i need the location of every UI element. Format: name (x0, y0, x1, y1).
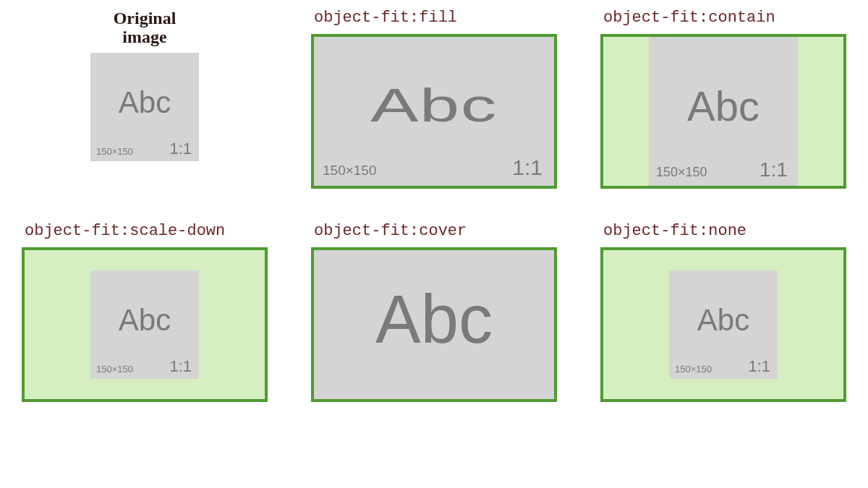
frame-contain: Abc 150×150 1:1 (600, 34, 846, 189)
placeholder-dims: 150×150 (96, 146, 133, 157)
placeholder-image-contain: Abc 150×150 1:1 (649, 37, 798, 186)
placeholder-image-none: Abc 150×150 1:1 (669, 270, 778, 379)
cell-fill: object-fit:fill Abc 150×150 1:1 (311, 9, 557, 189)
placeholder-center-text: Abc (370, 79, 498, 132)
title-scale-down: object-fit:scale-down (25, 222, 268, 240)
placeholder-dims: 150×150 (675, 364, 712, 374)
placeholder-center-text: Abc (375, 281, 493, 359)
placeholder-ratio: 1:1 (169, 140, 192, 158)
title-none: object-fit:none (603, 222, 846, 240)
original-image-wrap: Abc 150×150 1:1 (22, 53, 268, 161)
placeholder-center-text: Abc (119, 303, 171, 338)
placeholder-dims: 150×150 (656, 165, 707, 180)
placeholder-center-text: Abc (697, 303, 749, 338)
cell-cover: object-fit:cover Abc 150×150 1:1 (311, 222, 557, 402)
frame-none: Abc 150×150 1:1 (600, 247, 846, 402)
placeholder-image-original: Abc 150×150 1:1 (90, 53, 199, 161)
placeholder-image-fill: Abc 150×150 1:1 (314, 37, 554, 186)
placeholder-center-text: Abc (119, 85, 171, 120)
title-fill: object-fit:fill (314, 9, 557, 27)
title-cover: object-fit:cover (314, 222, 557, 240)
row-2: object-fit:scale-down Abc 150×150 1:1 ob… (22, 222, 846, 402)
placeholder-ratio: 1:1 (512, 155, 542, 180)
placeholder-image-scale-down: Abc 150×150 1:1 (90, 270, 199, 379)
placeholder-ratio: 1:1 (748, 357, 770, 376)
placeholder-dims: 150×150 (323, 163, 377, 179)
placeholder-ratio: 1:1 (169, 357, 192, 376)
frame-scale-down: Abc 150×150 1:1 (22, 247, 268, 402)
placeholder-dims: 150×150 (96, 364, 133, 374)
frame-cover: Abc 150×150 1:1 (311, 247, 557, 402)
title-contain: object-fit:contain (603, 9, 846, 27)
object-fit-diagram: Original image Abc 150×150 1:1 object-fi… (0, 0, 868, 488)
cell-scale-down: object-fit:scale-down Abc 150×150 1:1 (22, 222, 268, 402)
placeholder-image-cover: Abc 150×150 1:1 (314, 247, 554, 402)
row-1: Original image Abc 150×150 1:1 object-fi… (22, 9, 846, 189)
original-title-line2: image (122, 27, 166, 46)
placeholder-ratio: 1:1 (760, 158, 788, 181)
cell-none: object-fit:none Abc 150×150 1:1 (600, 222, 846, 402)
original-title-line1: Original (114, 9, 176, 27)
placeholder-center-text: Abc (687, 81, 760, 129)
frame-fill: Abc 150×150 1:1 (311, 34, 557, 189)
original-title: Original image (83, 9, 206, 47)
cell-original: Original image Abc 150×150 1:1 (22, 9, 268, 189)
cell-contain: object-fit:contain Abc 150×150 1:1 (600, 9, 846, 189)
